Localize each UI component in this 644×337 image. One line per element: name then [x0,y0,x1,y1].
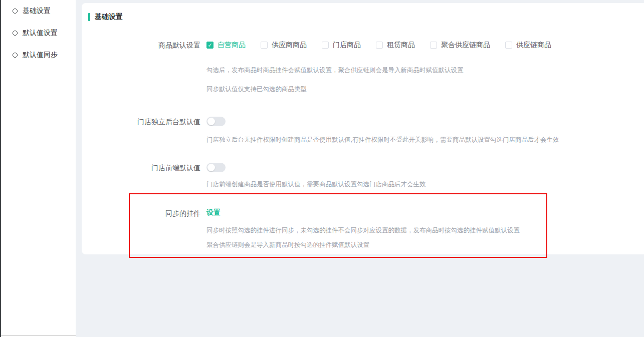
product-defaults-label: 商品默认设置 [82,40,200,50]
sidebar-item-default-value-sync[interactable]: 默认值同步 [1,44,76,66]
checkbox-unchecked-icon [430,42,437,49]
store-front-default-hint: 门店前端创建商品是否使用默认值，需要商品默认设置勾选门店商品后才会生效 [206,181,426,188]
sidebar-item-label: 基础设置 [23,7,51,16]
main-area: 基础设置 商品默认设置 ✓ 自营商品 供应商商品 门店商品 [82,0,644,337]
checkbox-checked-icon: ✓ [206,42,213,49]
product-defaults-hint-1: 勾选后，发布商品时商品挂件会赋值默认设置，聚合供应链则会是导入新商品时赋值默认设… [206,67,464,74]
step-circle-icon [13,53,18,58]
product-defaults-hint-2: 同步默认值仅支持已勾选的商品类型 [206,86,307,93]
product-defaults-row: 商品默认设置 ✓ 自营商品 供应商商品 门店商品 租赁商品 [82,40,644,50]
store-front-default-label: 门店前端默认值 [82,163,200,174]
title-accent-bar [88,13,90,21]
store-backend-default-hint: 门店独立后台无挂件权限时创建商品是否使用默认值,有挂件权限时不受此开关影响，需要… [206,136,559,143]
store-backend-default-label: 门店独立后台默认值 [82,117,200,128]
checkbox-unchecked-icon [376,42,383,49]
section-title: 基础设置 [88,13,644,22]
step-circle-icon [13,9,18,14]
store-backend-default-row: 门店独立后台默认值 [82,117,644,128]
sidebar-item-label: 默认值设置 [23,29,58,38]
sidebar-item-label: 默认值同步 [23,51,58,60]
sidebar-item-basic-settings[interactable]: 基础设置 [1,0,76,22]
basic-settings-card: 基础设置 商品默认设置 ✓ 自营商品 供应商商品 门店商品 [82,3,644,254]
sync-widgets-settings-link[interactable]: 设置 [206,209,221,216]
store-backend-default-toggle[interactable] [206,117,226,126]
toggle-knob [207,118,215,125]
checkbox-lease-product[interactable]: 租赁商品 [376,41,415,50]
checkbox-aggregated-supply-chain-product[interactable]: 聚合供应链商品 [430,41,490,50]
page-title: 基础设置 [95,13,123,22]
checkbox-store-product[interactable]: 门店商品 [322,41,361,50]
sync-widgets-hint-1: 同步时按照勾选的挂件进行同步，未勾选的挂件不会同步对应设置的数据，发布商品时按勾… [206,227,520,234]
step-circle-icon [13,31,18,36]
checkbox-supply-chain-product[interactable]: 供应链商品 [505,41,551,50]
sync-widgets-hint-2: 聚合供应链则会是导入新商品时按勾选的挂件赋值默认设置 [206,241,369,248]
sidebar-gap [76,0,82,337]
store-front-default-row: 门店前端默认值 [82,163,644,174]
sync-widgets-row: 同步的挂件 设置 [82,208,644,218]
checkbox-self-operated-product[interactable]: ✓ 自营商品 [206,41,246,50]
sidebar-item-default-value-settings[interactable]: 默认值设置 [1,22,76,44]
store-front-default-toggle[interactable] [206,163,226,172]
product-type-checkbox-group: ✓ 自营商品 供应商商品 门店商品 租赁商品 聚合供应链商品 [206,40,644,50]
checkbox-supplier-product[interactable]: 供应商商品 [261,41,307,50]
checkbox-unchecked-icon [322,42,329,49]
settings-step-sidebar: 基础设置 默认值设置 默认值同步 [1,0,76,336]
sync-widgets-label: 同步的挂件 [82,208,200,218]
checkbox-unchecked-icon [505,42,512,49]
toggle-knob [207,164,215,171]
checkbox-unchecked-icon [261,42,268,49]
